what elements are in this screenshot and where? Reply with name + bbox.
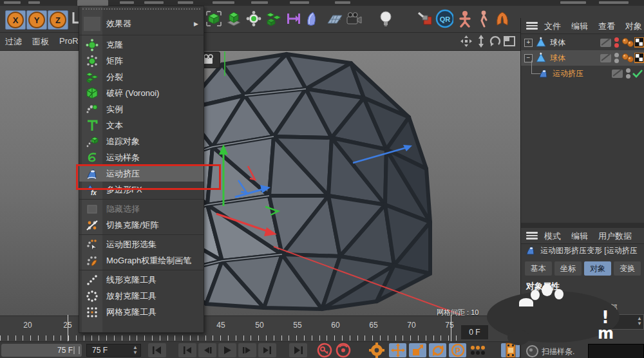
viewport-menu-panel[interactable]: 面板 xyxy=(32,36,49,48)
key-scale-toggle[interactable] xyxy=(409,343,426,357)
hamburger-icon[interactable] xyxy=(526,22,538,30)
tab-basic[interactable]: 基本 xyxy=(525,261,552,276)
menu-item-mograph-selection[interactable]: 运动图形选集 xyxy=(79,236,204,252)
record-key-icon xyxy=(317,343,332,358)
hamburger-icon[interactable] xyxy=(526,232,538,240)
tab-transform[interactable]: 变换 xyxy=(614,261,641,276)
tab-coordinates[interactable]: 坐标 xyxy=(554,261,582,276)
camera-tool-button[interactable] xyxy=(345,9,363,28)
om-menu-view[interactable]: 查看 xyxy=(598,21,615,32)
autokey-button[interactable] xyxy=(334,343,352,357)
om-menu-file[interactable]: 文件 xyxy=(544,21,561,32)
menubar-active-item[interactable] xyxy=(77,0,108,6)
scan-spline-radio[interactable] xyxy=(526,345,538,357)
timeline-range-scrollbar[interactable]: 75 F xyxy=(1,344,82,357)
attr-menu-edit[interactable]: 编辑 xyxy=(571,231,588,242)
key-pla-toggle[interactable] xyxy=(469,343,486,357)
menu-item-voronoi-fracture[interactable]: 破碎 (Voronoi) xyxy=(79,85,204,101)
spinner-arrows-icon[interactable]: ▲▼ xyxy=(133,345,138,355)
menu-item-fracture[interactable]: 分裂 xyxy=(79,69,204,85)
axis-lock-z-button[interactable]: Z xyxy=(48,10,68,30)
range-arrow-icon xyxy=(285,10,302,27)
current-frame-field[interactable]: 75 F ▲▼ xyxy=(86,344,141,357)
record-keyframe-button[interactable] xyxy=(316,343,333,357)
material-tag-icon[interactable] xyxy=(634,37,644,48)
menu-item-matrix[interactable]: 矩阵 xyxy=(79,53,204,69)
range-start-field[interactable]: 0 F xyxy=(461,325,488,339)
viewport-maximize-control[interactable] xyxy=(503,35,516,48)
visibility-dots[interactable] xyxy=(614,53,619,63)
next-frame-button[interactable] xyxy=(238,343,256,357)
cloner-tool-button[interactable] xyxy=(205,9,223,28)
joint-tool-button[interactable] xyxy=(475,9,493,28)
om-menu-edit[interactable]: 编辑 xyxy=(571,21,588,32)
menu-item-radial-clone-tool[interactable]: 放射克隆工具 xyxy=(79,288,204,304)
goto-end-button[interactable] xyxy=(289,343,307,357)
axis-lock-x-button[interactable]: X xyxy=(5,10,26,30)
viewport-pan-control[interactable] xyxy=(460,35,473,48)
render-preview-button[interactable] xyxy=(501,343,520,357)
menu-item-cloner[interactable]: 克隆 xyxy=(79,37,204,53)
character-tool-button[interactable] xyxy=(456,9,474,28)
scan-spline-field[interactable] xyxy=(588,344,644,358)
menu-item-effector[interactable]: 效果器 ▶ xyxy=(79,14,204,33)
menu-item-text[interactable]: 文本 xyxy=(79,117,204,133)
panel-splitter[interactable] xyxy=(521,223,644,228)
current-frame-marker[interactable] xyxy=(451,315,451,342)
enable-toggle[interactable] xyxy=(600,54,611,62)
range-marker[interactable] xyxy=(68,315,68,342)
viewport-zoom-control[interactable] xyxy=(475,35,488,48)
range-tool-button[interactable] xyxy=(285,9,303,28)
paint-setup-button[interactable] xyxy=(415,9,433,28)
phong-tag-icon[interactable] xyxy=(621,37,634,48)
keying-settings-button[interactable] xyxy=(368,343,385,357)
menu-item-instance[interactable]: 实例 xyxy=(79,101,204,117)
wrap-tool-button[interactable] xyxy=(493,9,511,28)
viewport-rotate-control[interactable] xyxy=(489,35,502,48)
phong-tag-icon[interactable] xyxy=(621,53,634,63)
menubar-fragment xyxy=(144,1,164,4)
key-rotation-toggle[interactable] xyxy=(429,343,446,357)
attr-menu-userdata[interactable]: 用户数据 xyxy=(598,231,632,242)
prev-frame-button[interactable] xyxy=(198,343,216,357)
sweep-tool-button[interactable] xyxy=(303,9,321,28)
menu-item-grid-clone-tool[interactable]: 网格克隆工具 xyxy=(79,304,204,320)
light-tool-button[interactable] xyxy=(377,9,395,28)
om-menu-object[interactable]: 对象 xyxy=(625,21,642,32)
next-key-button[interactable] xyxy=(258,343,276,357)
quick-render-button[interactable]: QR xyxy=(435,9,453,28)
attr-menu-mode[interactable]: 模式 xyxy=(544,231,561,242)
fracture-tool-button[interactable] xyxy=(265,9,283,28)
floor-tool-button[interactable] xyxy=(325,9,343,28)
visibility-dots[interactable] xyxy=(614,37,619,48)
play-button[interactable] xyxy=(218,343,236,357)
viewport-menu-filter[interactable]: 过滤 xyxy=(5,36,22,48)
goto-start-button[interactable] xyxy=(148,343,166,357)
watermark-blob xyxy=(507,330,529,345)
menubar-fragment xyxy=(120,1,134,4)
enabled-check-icon[interactable] xyxy=(630,68,644,79)
prev-key-button[interactable] xyxy=(178,343,196,357)
enable-toggle[interactable] xyxy=(612,70,623,78)
object-row-sphere-1[interactable]: + 球体 xyxy=(521,35,644,50)
menu-item-weight-paintbrush[interactable]: MoGraph权重绘制画笔 xyxy=(79,252,204,268)
menu-item-swap-cloner-matrix[interactable]: 切换克隆/矩阵 xyxy=(79,217,204,233)
menu-item-linear-clone-tool[interactable]: 线形克隆工具 xyxy=(79,272,204,288)
key-position-toggle[interactable] xyxy=(389,343,406,357)
menu-item-mospline[interactable]: 运动样条 xyxy=(79,149,204,165)
enable-toggle[interactable] xyxy=(600,39,611,47)
menu-item-tracer[interactable]: 追踪对象 xyxy=(79,133,204,149)
visibility-dots[interactable] xyxy=(626,68,630,79)
matrix-tool-button[interactable] xyxy=(245,9,263,28)
menu-tearoff-handle[interactable] xyxy=(82,8,200,13)
scrollbar-grip[interactable] xyxy=(73,346,80,354)
spinner-arrows-icon[interactable]: ▲▼ xyxy=(637,316,642,326)
axis-lock-y-button[interactable]: Y xyxy=(26,10,47,30)
object-row-motion-extrude[interactable]: 运动挤压 xyxy=(521,66,644,81)
expand-plus-icon[interactable]: + xyxy=(524,39,533,47)
instance-tool-button[interactable] xyxy=(225,9,243,28)
material-tag-icon[interactable] xyxy=(634,53,644,63)
menubar-fragment xyxy=(599,1,629,4)
tab-object[interactable]: 对象 xyxy=(584,261,611,276)
key-parameter-toggle[interactable]: P xyxy=(449,343,466,357)
